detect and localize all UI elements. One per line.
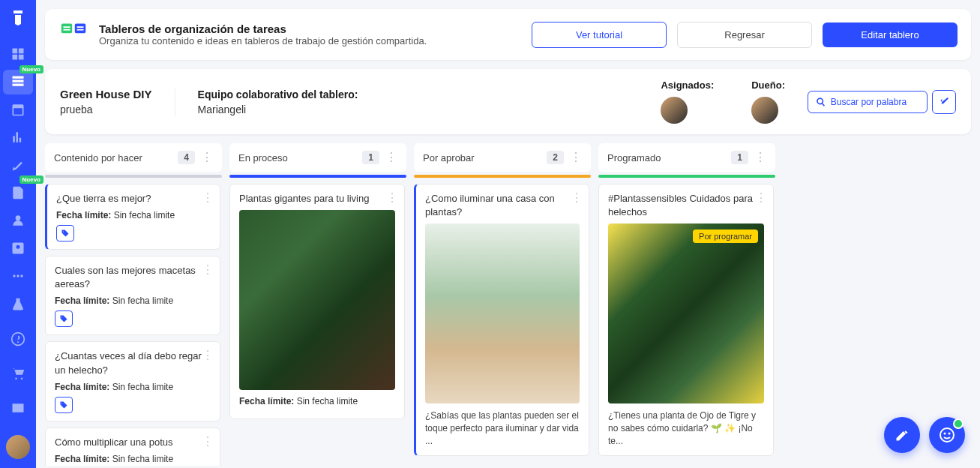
sidebar-bottom	[3, 291, 33, 459]
page-subtitle: Organiza tu contenido e ideas en tablero…	[99, 35, 521, 46]
team-name: Mariangeli	[198, 104, 639, 116]
board-name: Green House DIY	[60, 88, 152, 100]
sidebar-item-team[interactable]	[3, 208, 33, 232]
card-deadline: Fecha límite: Sin fecha limite	[56, 210, 211, 220]
card-title: #Plantassensibles Cuidados para helechos	[608, 192, 764, 219]
back-button[interactable]: Regresar	[677, 22, 812, 48]
board-columns: Contenido por hacer4⋮⋮¿Que tierra es mej…	[45, 143, 971, 466]
column-menu-icon[interactable]: ⋮	[201, 152, 213, 164]
assigned-avatar[interactable]	[661, 97, 688, 124]
sidebar: Nuevo Nuevo	[0, 0, 36, 468]
card-menu-icon[interactable]: ⋮	[202, 348, 214, 362]
tag-icon[interactable]	[55, 310, 73, 327]
page-title: Tableros de organización de tareas	[99, 22, 521, 35]
svg-point-1	[16, 274, 19, 277]
column-cards: ⋮¿Que tierra es mejor?Fecha límite: Sin …	[45, 184, 222, 466]
tag-icon[interactable]	[56, 225, 74, 242]
column-bar	[229, 175, 406, 178]
svg-point-12	[940, 428, 954, 442]
tag-icon[interactable]	[55, 397, 73, 413]
fab-edit-button[interactable]	[884, 417, 920, 453]
card-menu-icon[interactable]: ⋮	[202, 434, 214, 448]
column-menu-icon[interactable]: ⋮	[754, 152, 766, 164]
sidebar-item-profile[interactable]	[3, 236, 33, 260]
column-header: Por aprobar2⋮	[414, 143, 591, 172]
card-image	[239, 210, 395, 390]
card-title: Cómo multiplicar una potus	[55, 436, 211, 449]
task-card[interactable]: ⋮¿Que tierra es mejor?Fecha límite: Sin …	[45, 184, 220, 250]
sidebar-item-analytics[interactable]	[3, 125, 33, 150]
clear-filter-button[interactable]	[932, 90, 956, 114]
card-menu-icon[interactable]: ⋮	[571, 190, 583, 205]
search-icon	[816, 96, 826, 108]
new-badge: Nuevo	[19, 176, 43, 184]
sidebar-item-documents[interactable]: Nuevo	[3, 180, 33, 205]
column-count: 2	[547, 151, 564, 164]
app-logo-icon	[9, 9, 27, 27]
column: Por aprobar2⋮⋮¿Como iluminar una casa co…	[414, 143, 591, 466]
column-bar	[598, 175, 775, 178]
task-card[interactable]: ⋮Plantas gigantes para tu livingFecha lí…	[229, 184, 405, 419]
column-cards: ⋮#Plantassensibles Cuidados para helecho…	[598, 184, 775, 456]
sidebar-item-magic[interactable]	[3, 153, 33, 178]
task-card[interactable]: ⋮Cómo multiplicar una potusFecha límite:…	[45, 428, 220, 466]
sidebar-item-cart[interactable]	[3, 360, 33, 387]
sidebar-item-language[interactable]	[3, 394, 33, 422]
card-desc: ¿Tienes una planta de Ojo de Tigre y no …	[608, 410, 764, 447]
svg-rect-10	[77, 26, 84, 28]
column-menu-icon[interactable]: ⋮	[385, 152, 397, 164]
task-card[interactable]: ⋮¿Como iluminar una casa con plantas?¿Sa…	[414, 184, 589, 456]
fab-chat-button[interactable]	[929, 417, 965, 453]
column-menu-icon[interactable]: ⋮	[570, 152, 582, 164]
sidebar-item-help[interactable]	[3, 326, 33, 352]
sidebar-item-dashboard[interactable]	[3, 42, 33, 67]
column-count: 1	[362, 151, 379, 164]
owner-block: Dueño:	[751, 80, 785, 124]
card-image-wrap	[239, 210, 395, 390]
card-menu-icon[interactable]: ⋮	[202, 190, 214, 205]
card-menu-icon[interactable]: ⋮	[386, 190, 398, 205]
card-image	[608, 224, 764, 404]
edit-board-button[interactable]: Editar tablero	[823, 22, 958, 47]
column-title: En proceso	[238, 152, 362, 164]
card-title: Plantas gigantes para tu living	[239, 192, 395, 206]
task-card[interactable]: ⋮#Plantassensibles Cuidados para helecho…	[598, 184, 774, 456]
card-desc: ¿Sabías que las plantas pueden ser el to…	[425, 410, 580, 447]
column-count: 1	[731, 151, 748, 164]
task-card[interactable]: ⋮Cuales son las mejores macetas aereas?F…	[45, 256, 220, 335]
search-box[interactable]	[808, 91, 928, 113]
column-cards: ⋮Plantas gigantes para tu livingFecha lí…	[229, 184, 406, 419]
board-header: Green House DIY prueba Equipo colaborati…	[45, 69, 971, 134]
card-deadline: Fecha límite: Sin fecha limite	[55, 296, 211, 306]
tutorial-button[interactable]: Ver tutorial	[532, 22, 667, 48]
column-count: 4	[178, 151, 195, 164]
status-badge: Por programar	[693, 230, 758, 243]
assigned-label: Asignados:	[661, 80, 714, 91]
board-sub: prueba	[60, 104, 152, 116]
card-title: ¿Que tierra es mejor?	[56, 192, 211, 206]
sidebar-item-lab[interactable]	[3, 291, 33, 318]
team-label: Equipo colaborativo del tablero:	[198, 88, 639, 100]
sidebar-item-calendar[interactable]	[3, 98, 33, 122]
column-title: Programado	[607, 152, 731, 164]
card-menu-icon[interactable]: ⋮	[755, 190, 767, 205]
svg-rect-7	[75, 24, 85, 34]
search-input[interactable]	[831, 97, 919, 107]
task-card[interactable]: ⋮¿Cuantas veces al día debo regar un hel…	[45, 341, 220, 421]
card-title: ¿Como iluminar una casa con plantas?	[425, 192, 580, 219]
column-title: Contenido por hacer	[54, 152, 178, 164]
card-title: ¿Cuantas veces al día debo regar un hele…	[55, 350, 211, 376]
card-menu-icon[interactable]: ⋮	[202, 262, 214, 277]
sidebar-item-boards[interactable]: Nuevo	[3, 70, 33, 94]
header-text: Tableros de organización de tareas Organ…	[99, 22, 521, 46]
card-image	[425, 224, 580, 404]
card-deadline: Fecha límite: Sin fecha limite	[55, 382, 211, 392]
assigned-block: Asignados:	[661, 80, 714, 124]
owner-avatar[interactable]	[751, 97, 778, 124]
card-deadline: Fecha límite: Sin fecha limite	[239, 396, 395, 406]
card-image-wrap: Por programar	[608, 224, 764, 404]
sidebar-item-more[interactable]	[3, 263, 33, 288]
column-bar	[414, 175, 591, 178]
boards-icon	[58, 20, 88, 50]
user-avatar[interactable]	[6, 435, 30, 459]
